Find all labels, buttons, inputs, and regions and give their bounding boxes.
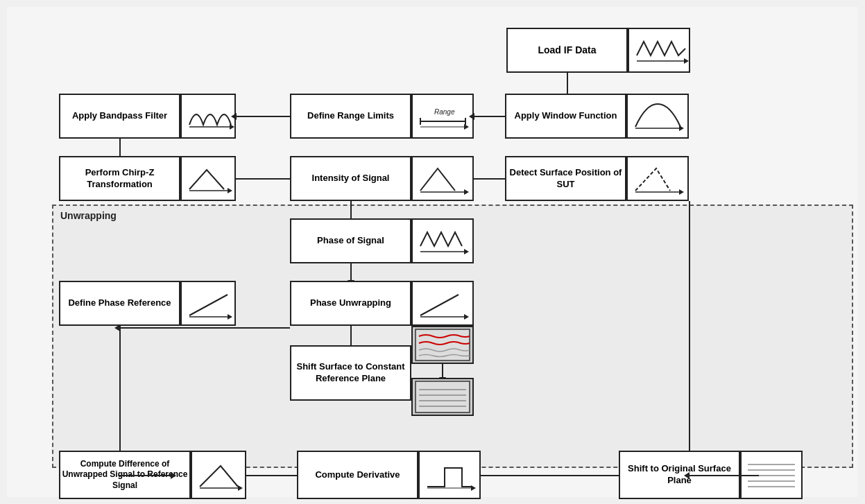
define-range-icon: Range (411, 94, 474, 139)
window-fn-icon (632, 101, 684, 132)
phase-unwrap-block[interactable]: Phase Unwrapping (290, 281, 411, 326)
detect-icon (632, 163, 684, 194)
arrow-shift-defphase (119, 327, 290, 329)
arrow-intensity-detect (474, 178, 507, 180)
detect-surface-icon (626, 156, 689, 201)
svg-marker-9 (464, 124, 469, 130)
arrow-deriv-shift (481, 475, 619, 476)
phase-unwrap-icon (411, 281, 474, 326)
svg-marker-22 (228, 314, 232, 320)
surface-before-icon (416, 329, 470, 360)
shift-surface-icon-top (411, 326, 474, 364)
load-if-data-icon (628, 28, 690, 73)
bandpass-wave-icon (186, 101, 231, 132)
apply-window-icon (626, 94, 689, 139)
arrow-vline-shift-orig (689, 475, 759, 476)
shift-surface-icon-bottom (411, 378, 474, 416)
arrow-phase-unwrap (350, 263, 352, 281)
arrow-chirp-intensity (236, 178, 291, 180)
compute-deriv-icon (418, 451, 481, 499)
intensity-icon (411, 156, 474, 201)
diagram: Unwrapping Load IF Data Apply Bandpass F… (7, 7, 858, 497)
define-range-block[interactable]: Define Range Limits (290, 94, 411, 139)
deriv-icon (424, 458, 476, 492)
unwrapping-label: Unwrapping (60, 210, 117, 221)
range-icon: Range (417, 101, 469, 132)
phase-wave-icon (417, 225, 469, 257)
phase-ref-icon (186, 288, 231, 319)
chirp-z-icon (180, 156, 236, 201)
shift-surface-block[interactable]: Shift Surface to Constant Reference Plan… (290, 345, 411, 401)
svg-line-23 (420, 295, 459, 315)
svg-marker-35 (471, 485, 476, 491)
chirp-z-block[interactable]: Perform Chirp-Z Transformation (59, 156, 180, 201)
svg-marker-3 (230, 124, 234, 130)
svg-rect-27 (416, 381, 470, 412)
svg-marker-19 (464, 249, 469, 254)
svg-marker-25 (464, 314, 469, 320)
svg-marker-33 (238, 485, 243, 491)
phase-signal-block[interactable]: Phase of Signal (290, 218, 411, 263)
svg-line-20 (189, 295, 228, 315)
chirp-icon (186, 163, 231, 194)
arrow-range-bandpass (236, 116, 291, 117)
surface-after-icon (416, 381, 470, 412)
svg-marker-11 (679, 125, 684, 131)
arrow-defphase-vline (119, 326, 121, 466)
compute-diff-icon (191, 451, 246, 499)
diff-icon (196, 458, 241, 492)
svg-marker-1 (684, 58, 689, 64)
intensity-block[interactable]: Intensity of Signal (290, 156, 411, 201)
compute-deriv-block[interactable]: Compute Derivative (297, 451, 418, 499)
svg-text:Range: Range (434, 108, 455, 116)
arrow-diff-deriv (246, 475, 298, 476)
bandpass-block[interactable]: Apply Bandpass Filter (59, 94, 180, 139)
unwrap-icon (417, 288, 469, 319)
detect-surface-vline (689, 201, 690, 461)
arrow-window-range (474, 116, 507, 117)
intensity-fn-icon (417, 163, 469, 194)
apply-window-block[interactable]: Apply Window Function (505, 94, 626, 139)
svg-marker-13 (228, 188, 232, 193)
phase-signal-icon (411, 218, 474, 263)
arrow-unwrap-shift (350, 326, 352, 347)
arrow-icon-top-bottom (442, 364, 443, 378)
svg-marker-15 (464, 189, 469, 195)
arrow-vline-computediff (119, 475, 171, 476)
bandpass-icon (180, 94, 236, 139)
define-phase-ref-block[interactable]: Define Phase Reference (59, 281, 180, 326)
load-if-data-block[interactable]: Load IF Data (506, 28, 628, 73)
define-phase-ref-icon (180, 281, 236, 326)
svg-marker-17 (679, 189, 684, 195)
waveform-icon (633, 35, 685, 66)
detect-surface-block[interactable]: Detect Surface Position of SUT (505, 156, 626, 201)
